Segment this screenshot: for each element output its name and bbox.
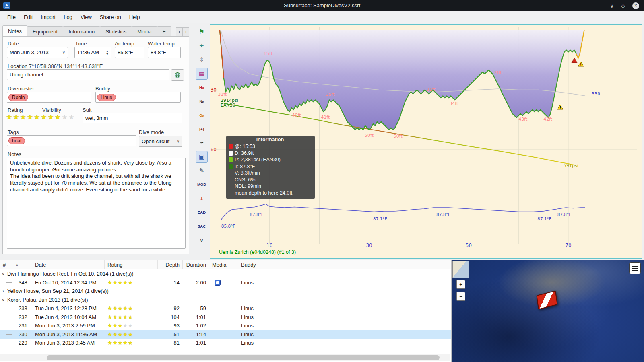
column-header-rating[interactable]: Rating	[105, 260, 158, 269]
dive-row[interactable]: 230Mon Jun 3, 2013 11:36 AM★★★★★511:14Li…	[0, 330, 451, 339]
menu-help[interactable]: Help	[125, 12, 144, 22]
violation-marker-icon	[572, 58, 577, 63]
info-box-line: P: 2,381psi (EAN30)	[229, 156, 312, 163]
visibility-stars[interactable]: ★★★★★	[41, 113, 75, 121]
menu-import[interactable]: Import	[37, 12, 60, 22]
deco-person-icon[interactable]: +	[196, 192, 208, 204]
collapse-icon[interactable]: ∨	[0, 298, 6, 302]
ruler-icon[interactable]: ✎	[196, 165, 208, 177]
tree-connector	[0, 330, 19, 339]
dive-mode-select[interactable]: Open circuit ∨	[139, 136, 182, 147]
dive-plan-icon[interactable]: ▦	[196, 68, 208, 80]
scale-icon[interactable]: ⇕	[196, 53, 208, 66]
map-zoom-in-button[interactable]: +	[456, 280, 465, 289]
hand-pick-icon[interactable]: ✦	[196, 40, 208, 52]
collapse-icon[interactable]: ∨	[0, 272, 6, 276]
time-spinner[interactable]: 11:36 AM ▲▼	[74, 47, 111, 58]
air-temp-field[interactable]: 85.8°F	[115, 47, 144, 58]
star-filled-icon: ★	[6, 113, 13, 121]
dive-row[interactable]: 348Fri Oct 10, 2014 12:34 PM★★★★★142:00L…	[0, 278, 451, 287]
water-temp-field[interactable]: 84.8°F	[148, 47, 181, 58]
menu-edit[interactable]: Edit	[20, 12, 37, 22]
map-menu-button[interactable]	[629, 262, 641, 274]
trip-row[interactable]: ∨Divi Flamingo House Reef, Fri Oct 10, 2…	[0, 269, 451, 278]
horizontal-scrollbar[interactable]	[0, 354, 450, 361]
scrollbar-thumb[interactable]	[47, 355, 440, 360]
rating-label: Rating	[8, 107, 23, 113]
close-window-icon[interactable]: ×	[632, 2, 639, 9]
dive-row[interactable]: 232Tue Jun 4, 2013 10:04 AM★★★★★1041:01L…	[0, 313, 451, 322]
tab-statistics[interactable]: Statistics	[100, 26, 132, 37]
tab-media[interactable]: Media	[132, 26, 157, 37]
info-box-line: T: 87.8°F	[229, 163, 312, 170]
rating-stars[interactable]: ★★★★★	[6, 113, 41, 121]
tab-scroll-right-icon[interactable]: ›	[182, 27, 189, 36]
menu-view[interactable]: View	[76, 12, 96, 22]
mod-icon[interactable]: MOD	[196, 179, 208, 191]
trip-row[interactable]: ∨Koror, Palau, Jun 2013 (11 dive(s))	[0, 296, 451, 304]
menu-log[interactable]: Log	[60, 12, 76, 22]
ead-icon[interactable]: EAD	[196, 206, 208, 218]
pp-he-icon[interactable]: He	[196, 81, 208, 93]
sac-icon[interactable]: SAC	[196, 220, 208, 232]
profile-info-box[interactable]: Information @: 15:53D: 36.9ftP: 2,381psi…	[226, 136, 315, 199]
column-header-date[interactable]: Date	[32, 260, 105, 269]
heart-rate-icon[interactable]: ≈	[196, 137, 208, 149]
tab-notes[interactable]: Notes	[2, 25, 27, 37]
star-filled-icon: ★	[128, 305, 133, 311]
tab-e[interactable]: E	[157, 26, 171, 37]
divemaster-tag[interactable]: Robin	[8, 94, 28, 101]
air-toggle-icon[interactable]: |A|	[196, 123, 208, 135]
dive-profile-panel[interactable]: 31ft15ft40ft41ft35ft50ft50ft31ft34ft28ft…	[210, 24, 642, 259]
dive-info-panel: NotesEquipmentInformationStatisticsMedia…	[0, 23, 194, 260]
dive-list-header: #∧DateRatingDepthDurationMediaBuddy	[0, 260, 451, 269]
pp-o2-icon[interactable]: O₂	[196, 109, 208, 121]
column-header-depth[interactable]: Depth	[158, 260, 183, 269]
dive-row[interactable]: 229Mon Jun 3, 2013 9:45 AM★★★★★811:01Lin…	[0, 339, 451, 348]
dive-site-flag-marker[interactable]	[536, 290, 558, 310]
divemaster-input[interactable]: Robin	[7, 92, 91, 103]
dive-row[interactable]: 231Mon Jun 3, 2013 2:59 PM★★★★★931:02Lin…	[0, 321, 451, 330]
column-header-buddy[interactable]: Buddy	[238, 260, 451, 269]
notes-textarea[interactable]: Unbelievable dive. Dozens and dozens of …	[7, 158, 186, 249]
menu-share-on[interactable]: Share on	[96, 12, 125, 22]
temperature-label: 87.8°F	[250, 212, 264, 217]
tab-scroll-left-icon[interactable]: ‹	[176, 27, 183, 36]
dive-computer-label: Uemis Zurich (e04d0248) (#1 of 3)	[219, 249, 296, 255]
pp-n2-icon[interactable]: N₂	[196, 95, 208, 107]
star-filled-icon: ★	[118, 340, 123, 346]
map-panel[interactable]: + −	[452, 260, 644, 362]
date-combobox[interactable]: Mon Jun 3, 2013 ∨	[7, 47, 68, 58]
photos-toggle-icon[interactable]: ▣	[196, 151, 208, 163]
suit-input[interactable]: wet, 3mm	[83, 113, 182, 123]
info-box-line: V: 8.3ft/min	[229, 170, 312, 177]
dive-rating-stars: ★★★★★	[105, 305, 158, 311]
expand-icon[interactable]: ›	[0, 289, 6, 293]
dive-row[interactable]: 233Tue Jun 4, 2013 12:28 PM★★★★★9259Linu…	[0, 304, 451, 313]
tag-chip[interactable]: boat	[8, 137, 25, 144]
star-filled-icon: ★	[118, 331, 123, 337]
column-header-duration[interactable]: Duration	[183, 260, 209, 269]
trip-row[interactable]: ›Yellow House, Sun Sep 21, 2014 (1 dive(…	[0, 287, 451, 296]
map-overview-thumbnail[interactable]	[452, 261, 469, 278]
star-empty-icon: ★	[128, 323, 133, 329]
column-header-num[interactable]: #∧	[0, 260, 32, 269]
location-input[interactable]: Ulong channel	[7, 69, 169, 80]
spinner-arrows-icon[interactable]: ▲▼	[106, 50, 109, 56]
buddy-input[interactable]: Linus	[95, 92, 181, 103]
buddy-tag[interactable]: Linus	[97, 94, 116, 101]
tab-equipment[interactable]: Equipment	[27, 26, 63, 37]
dive-site-icon[interactable]: ⚑	[196, 26, 208, 38]
toolbar-scroll-down-icon[interactable]: ∨	[196, 234, 208, 246]
water-temp-label: Water temp.	[148, 41, 176, 47]
map-zoom-out-button[interactable]: −	[456, 292, 465, 301]
maximize-window-icon[interactable]: ◇	[621, 3, 625, 8]
trip-label: Divi Flamingo House Reef, Fri Oct 10, 20…	[6, 271, 134, 277]
tab-information[interactable]: Information	[63, 26, 100, 37]
info-box-line: NDL: 99min	[229, 183, 312, 190]
menu-file[interactable]: File	[3, 12, 20, 22]
tags-input[interactable]: boat	[7, 135, 136, 146]
shade-window-icon[interactable]: ∨	[610, 3, 614, 8]
globe-button[interactable]	[171, 69, 184, 81]
column-header-media[interactable]: Media	[209, 260, 238, 269]
